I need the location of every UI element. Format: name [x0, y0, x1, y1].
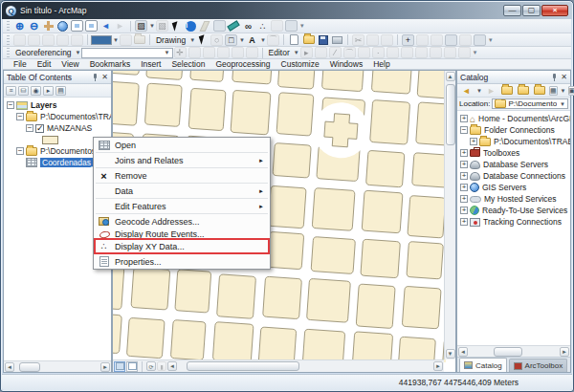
html-popup-icon[interactable]	[213, 20, 226, 32]
select-elements-icon[interactable]	[170, 20, 183, 32]
open-document-icon[interactable]	[303, 35, 315, 44]
hyperlink-icon[interactable]	[199, 20, 211, 32]
catalog-item-my-hosted-services[interactable]: My Hosted Services	[457, 193, 570, 205]
transparency-icon[interactable]	[42, 34, 55, 46]
zoom-in-icon[interactable]	[13, 20, 26, 32]
paste-icon[interactable]	[381, 34, 393, 46]
scroll-left-icon[interactable]: ◄	[167, 361, 177, 371]
full-extent-icon[interactable]	[57, 21, 68, 32]
launch-arcmap-icon[interactable]: ▣	[568, 86, 574, 96]
drawing-menu[interactable]: Drawing	[153, 35, 188, 45]
list-by-selection-icon[interactable]: ▸	[43, 86, 54, 96]
scroll-right-icon[interactable]: ►	[433, 361, 443, 371]
layer-visibility-checkbox[interactable]	[35, 124, 44, 133]
context-menu-item-geocode-addresses[interactable]: Geocode Addresses...	[94, 215, 270, 228]
find-icon[interactable]	[242, 20, 254, 32]
tab-catalog[interactable]: Catalog	[459, 358, 507, 372]
toolbar-grip[interactable]	[7, 35, 10, 45]
back-dropdown-icon[interactable]: ▼	[476, 88, 482, 94]
menu-selection[interactable]: Selection	[166, 59, 210, 69]
point-tool-icon[interactable]: ·	[372, 47, 385, 58]
identify-icon[interactable]	[186, 21, 196, 32]
go-to-xy-icon[interactable]	[256, 20, 269, 32]
menu-windows[interactable]: Windows	[325, 59, 367, 69]
pin-icon[interactable]	[91, 74, 99, 81]
catalog-horizontal-scrollbar[interactable]: ◄ ►	[457, 345, 570, 357]
title-bar[interactable]: Q Sin título - ArcMap — ▢ ×	[2, 2, 572, 19]
editor-menu[interactable]: Editor	[266, 48, 293, 57]
context-menu-item-properties[interactable]: Properties...	[94, 255, 270, 268]
list-by-source-icon[interactable]: ⛁	[18, 86, 29, 96]
toolbar-overflow-icon[interactable]: ▾	[489, 36, 493, 44]
menu-view[interactable]: View	[56, 59, 83, 69]
map-vertical-scrollbar[interactable]: ▲ ▼	[444, 71, 455, 359]
forward-extent-icon[interactable]	[114, 20, 126, 32]
print-icon[interactable]	[332, 36, 342, 44]
menu-bookmarks[interactable]: Bookmarks	[85, 59, 136, 69]
georef-auto-icon[interactable]	[232, 47, 244, 58]
pan-icon[interactable]	[42, 20, 55, 32]
expand-icon[interactable]	[460, 195, 468, 203]
toc-horizontal-scrollbar[interactable]: ◄ ►	[4, 360, 111, 372]
toc-options-icon[interactable]: ▤	[55, 86, 66, 96]
model-builder-icon[interactable]	[474, 34, 486, 46]
close-button[interactable]: ×	[541, 5, 568, 16]
minimize-button[interactable]: —	[503, 5, 521, 16]
menu-insert[interactable]: Insert	[136, 59, 166, 69]
scroll-right-icon[interactable]: ►	[100, 362, 110, 372]
location-dropdown-icon[interactable]: ▼	[560, 101, 565, 107]
edit-annotation-icon[interactable]	[315, 47, 327, 58]
toc-item-source-1[interactable]: P:\Documentos\TRABAJOS Y	[4, 111, 111, 122]
toolbar-overflow-icon[interactable]: ▾	[474, 49, 477, 56]
scroll-left-icon[interactable]: ◄	[458, 347, 468, 357]
expand-icon[interactable]	[460, 172, 468, 180]
endpoint-arc-icon[interactable]: ⌒	[343, 47, 356, 58]
clear-selection-icon[interactable]: ▧	[156, 20, 168, 32]
collapse-icon[interactable]	[460, 126, 468, 134]
close-icon[interactable]: ✕	[101, 74, 108, 81]
forward-icon[interactable]	[485, 85, 497, 97]
time-slider-icon[interactable]	[271, 20, 283, 32]
data-view-button[interactable]	[114, 361, 125, 372]
scroll-down-icon[interactable]: ▼	[446, 349, 455, 359]
up-one-level-icon[interactable]	[501, 86, 513, 95]
contents-view-icon[interactable]: ▦	[549, 86, 558, 96]
catalog-item-database-servers[interactable]: Database Servers	[457, 159, 570, 170]
expand-icon[interactable]	[460, 161, 468, 168]
georef-shift-icon[interactable]	[203, 47, 215, 58]
toolbar-overflow-icon[interactable]: ▾	[300, 22, 304, 30]
flicker-icon[interactable]	[71, 34, 83, 46]
disconnect-folder-icon[interactable]	[534, 86, 545, 95]
toc-item-manzanas[interactable]: MANZANAS	[4, 122, 111, 134]
expand-icon[interactable]	[460, 115, 468, 122]
layout-view-button[interactable]	[126, 361, 138, 372]
list-by-drawing-order-icon[interactable]: ≡	[6, 86, 16, 96]
catalog-item-folder-connections[interactable]: Folder Connections	[457, 124, 570, 136]
edit-vertices-icon[interactable]	[386, 47, 399, 58]
menu-edit[interactable]: Edit	[33, 59, 56, 69]
fixed-zoom-out-icon[interactable]	[85, 20, 98, 32]
brightness-icon[interactable]	[28, 34, 40, 46]
list-by-visibility-icon[interactable]: ◉	[31, 86, 41, 96]
catalog-item-database-connections[interactable]: Database Connections	[457, 170, 570, 182]
effects-icon[interactable]	[120, 34, 132, 46]
expand-icon[interactable]	[460, 149, 468, 157]
scroll-up-icon[interactable]: ▲	[446, 72, 455, 81]
catalog-window-icon[interactable]	[416, 34, 429, 46]
menu-geoprocessing[interactable]: Geoprocessing	[210, 59, 275, 69]
maximize-button[interactable]: ▢	[522, 5, 541, 16]
toolbar-grip[interactable]	[7, 48, 10, 57]
georeferencing-menu[interactable]: Georeferencing	[12, 48, 75, 57]
reshape-icon[interactable]	[401, 47, 413, 58]
add-data-icon[interactable]: +	[402, 34, 414, 46]
search-window-icon[interactable]	[430, 34, 443, 46]
collapse-icon[interactable]	[16, 113, 24, 120]
pause-drawing-icon[interactable]: ▮	[157, 361, 166, 371]
rotate-icon[interactable]: ○	[210, 34, 223, 46]
drawing-dropdown-icon[interactable]: ▼	[189, 37, 195, 43]
zoom-out-icon[interactable]	[28, 20, 40, 32]
georef-scale-icon[interactable]	[217, 47, 230, 58]
image-analysis-icon[interactable]	[134, 35, 145, 44]
arctoolbox-window-icon[interactable]	[445, 34, 457, 46]
save-icon[interactable]	[319, 35, 328, 45]
